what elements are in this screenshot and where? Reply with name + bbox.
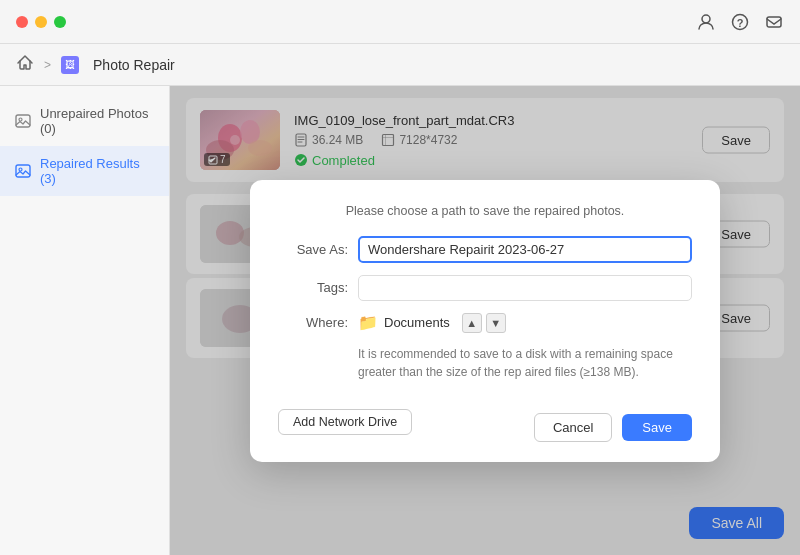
save-as-input[interactable] <box>358 236 692 263</box>
tags-input[interactable] <box>358 275 692 301</box>
svg-text:?: ? <box>737 16 744 28</box>
save-as-label: Save As: <box>278 242 348 257</box>
save-dialog: Please choose a path to save the repaire… <box>250 180 720 462</box>
svg-rect-4 <box>16 115 30 127</box>
help-icon[interactable]: ? <box>730 12 750 32</box>
svg-point-7 <box>19 168 22 171</box>
photo-repair-nav-icon: 🖼 <box>61 56 79 74</box>
folder-icon: 📁 <box>358 313 378 332</box>
close-button[interactable] <box>16 16 28 28</box>
svg-point-0 <box>702 15 710 23</box>
where-selector: 📁 Documents ▲ ▼ <box>358 313 692 333</box>
sidebar: Unrepaired Photos (0) Repaired Results (… <box>0 86 170 555</box>
minimize-button[interactable] <box>35 16 47 28</box>
page-title: Photo Repair <box>93 57 175 73</box>
repaired-icon <box>14 162 32 180</box>
nav-separator: > <box>44 58 51 72</box>
where-label: Where: <box>278 315 348 330</box>
home-icon[interactable] <box>16 54 34 76</box>
disk-hint: It is recommended to save to a disk with… <box>358 345 692 381</box>
main-layout: Unrepaired Photos (0) Repaired Results (… <box>0 86 800 555</box>
content-area: 7 IMG_0109_lose_front_part_mdat.CR3 36.2… <box>170 86 800 555</box>
where-controls: ▲ ▼ <box>462 313 506 333</box>
sidebar-item-unrepaired[interactable]: Unrepaired Photos (0) <box>0 96 169 146</box>
tags-label: Tags: <box>278 280 348 295</box>
nav-bar: > 🖼 Photo Repair <box>0 44 800 86</box>
tags-row: Tags: <box>278 275 692 301</box>
sidebar-item-repaired[interactable]: Repaired Results (3) <box>0 146 169 196</box>
svg-rect-6 <box>16 165 30 177</box>
user-icon[interactable] <box>696 12 716 32</box>
modal-footer: Cancel Save <box>534 413 692 442</box>
where-row: Where: 📁 Documents ▲ ▼ <box>278 313 692 333</box>
where-down-button[interactable]: ▼ <box>486 313 506 333</box>
cancel-button[interactable]: Cancel <box>534 413 612 442</box>
svg-rect-3 <box>767 17 781 27</box>
mail-icon[interactable] <box>764 12 784 32</box>
modal-save-button[interactable]: Save <box>622 414 692 441</box>
svg-point-5 <box>19 118 22 121</box>
traffic-lights <box>16 16 66 28</box>
where-folder[interactable]: Documents <box>384 315 450 330</box>
modal-overlay: Please choose a path to save the repaire… <box>170 86 800 555</box>
maximize-button[interactable] <box>54 16 66 28</box>
modal-middle-row: Add Network Drive Cancel Save <box>278 395 692 442</box>
title-bar: ? <box>0 0 800 44</box>
where-up-button[interactable]: ▲ <box>462 313 482 333</box>
modal-hint: Please choose a path to save the repaire… <box>278 204 692 218</box>
title-bar-actions: ? <box>696 12 784 32</box>
add-network-drive-button[interactable]: Add Network Drive <box>278 409 412 435</box>
repaired-label: Repaired Results (3) <box>40 156 155 186</box>
unrepaired-icon <box>14 112 32 130</box>
unrepaired-label: Unrepaired Photos (0) <box>40 106 155 136</box>
save-as-row: Save As: <box>278 236 692 263</box>
